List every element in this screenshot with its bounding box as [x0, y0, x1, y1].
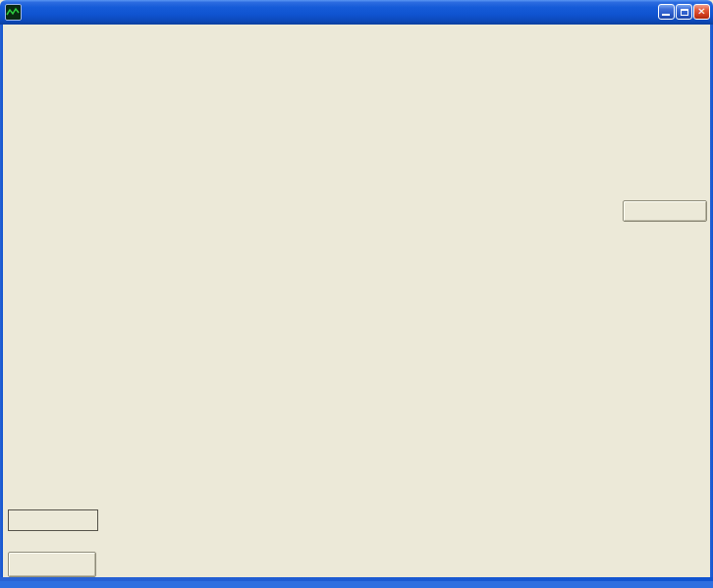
window-border-left [0, 25, 3, 577]
minimize-icon [662, 14, 670, 16]
x-axis-title [8, 509, 98, 531]
close-button[interactable]: ✕ [693, 4, 710, 20]
close-icon: ✕ [697, 6, 705, 17]
graph-viewer-window: ✕ [0, 0, 713, 588]
taskbar [0, 581, 713, 588]
title-bar [0, 0, 713, 25]
minimize-button[interactable] [658, 4, 675, 20]
min-max-avg-button[interactable] [8, 552, 96, 577]
app-icon [5, 4, 22, 21]
maximize-button[interactable] [676, 4, 692, 20]
show-all-button[interactable] [623, 200, 707, 222]
menu-bar [3, 25, 710, 40]
maximize-icon [681, 9, 688, 16]
dyno-chart [96, 70, 629, 476]
